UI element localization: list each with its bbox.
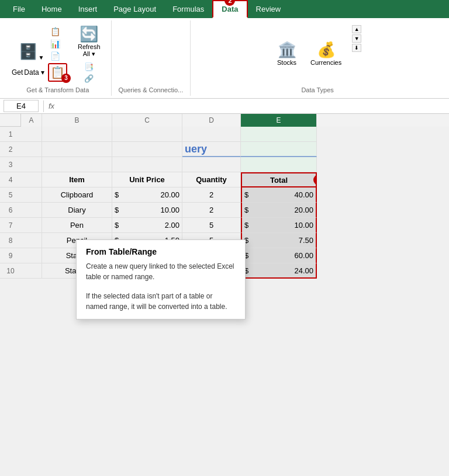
connection-small-btn1[interactable]: 📑 (82, 61, 96, 72)
total-val-10: 24.00 (294, 266, 313, 275)
scroll-down-btn[interactable]: ▼ (352, 34, 361, 43)
step-3-badge: 3 (61, 74, 71, 83)
cell-a1[interactable] (21, 127, 42, 142)
cell-a8[interactable] (21, 233, 42, 248)
price-val-6: 10.00 (160, 206, 179, 214)
row-header-1[interactable]: 1 (0, 127, 21, 142)
cell-e5[interactable]: $ 40.00 (241, 187, 317, 203)
row-header-4[interactable]: 4 (0, 172, 21, 187)
col-header-e[interactable]: E (241, 114, 317, 127)
tab-home[interactable]: Home (33, 0, 70, 18)
get-transform-group: 🗄️ ▼ 📋 📊 (5, 20, 112, 96)
row-header-7[interactable]: 7 (0, 218, 21, 233)
cell-b6[interactable]: Diary (42, 203, 112, 218)
stocks-label: Stocks (277, 59, 296, 66)
formula-divider (43, 100, 44, 112)
tab-insert[interactable]: Insert (70, 0, 106, 18)
cell-a6[interactable] (21, 203, 42, 218)
cell-a4[interactable] (21, 172, 42, 187)
tooltip-title: From Table/Range (86, 247, 236, 256)
col-header-d[interactable]: D (182, 114, 241, 127)
cell-c5[interactable]: $ 20.00 (112, 187, 182, 203)
queries-group: Queries & Connectio... (112, 20, 191, 96)
cell-c3[interactable] (112, 157, 182, 172)
row-header-5[interactable]: 5 (0, 187, 21, 203)
cell-a5[interactable] (21, 187, 42, 203)
scroll-expand-btn[interactable]: ⬇ (352, 44, 361, 52)
currencies-icon: 💰 (317, 41, 336, 59)
cell-b1[interactable] (42, 127, 112, 142)
col-header-b[interactable]: B (42, 114, 112, 127)
row-header-6[interactable]: 6 (0, 203, 21, 218)
cell-e6[interactable]: $ 20.00 (241, 203, 317, 218)
data-types-label: Data Types (301, 84, 333, 93)
cell-d3[interactable] (182, 157, 241, 172)
cell-d1[interactable] (182, 127, 241, 142)
tab-file[interactable]: File (5, 0, 33, 18)
get-data-button[interactable]: 🗄️ ▼ (16, 41, 47, 62)
cell-b7[interactable]: Pen (42, 218, 112, 233)
queries-label: Queries & Connectio... (119, 84, 184, 93)
table-small-icon2: 📊 (50, 39, 60, 48)
get-transform-label: Get & Transform Data (26, 84, 89, 93)
formula-input[interactable] (59, 102, 445, 110)
cell-e7[interactable]: $ 10.00 (241, 218, 317, 233)
cell-c4-unit-price[interactable]: Unit Price (112, 172, 182, 187)
table-row: 4 Item Unit Price Quantity Total 1 (0, 172, 449, 187)
cell-a7[interactable] (21, 218, 42, 233)
tab-review[interactable]: Review (248, 0, 289, 18)
cell-b5[interactable]: Clipboard (42, 187, 112, 203)
cell-d5[interactable]: 2 (182, 187, 241, 203)
total-prefix-6: $ (244, 206, 248, 214)
cell-e10[interactable]: $ 24.00 (241, 263, 317, 279)
ribbon-tabs: File Home Insert Page Layout Formulas Da… (0, 0, 449, 99)
cell-b3[interactable] (42, 157, 112, 172)
cell-c7[interactable]: $ 2.00 (112, 218, 182, 233)
cell-c1[interactable] (112, 127, 182, 142)
cell-reference-input[interactable] (4, 100, 39, 112)
queries-small-btn2[interactable]: 📊 (48, 38, 63, 50)
col-header-c[interactable]: C (112, 114, 182, 127)
cell-d6[interactable]: 2 (182, 203, 241, 218)
get-data-sublabel: Data ▾ (24, 68, 44, 77)
cell-d2[interactable]: uery (182, 142, 241, 157)
total-prefix-7: $ (244, 221, 248, 230)
tooltip-popup: From Table/Range Create a new query link… (76, 239, 246, 319)
refresh-all-button[interactable]: 🔄 Refresh All ▾ (74, 23, 104, 60)
queries-small-btn1[interactable]: 📋 (48, 26, 63, 37)
cell-d4-quantity[interactable]: Quantity (182, 172, 241, 187)
cell-d7[interactable]: 5 (182, 218, 241, 233)
connection-small-btn2[interactable]: 🔗 (82, 73, 96, 84)
cell-a9[interactable] (21, 248, 42, 263)
tab-page-layout[interactable]: Page Layout (105, 0, 164, 18)
row-header-10[interactable]: 10 (0, 263, 21, 279)
cell-e1[interactable] (241, 127, 317, 142)
col-header-a[interactable]: A (21, 114, 42, 127)
tab-formulas[interactable]: Formulas (164, 0, 212, 18)
step-1-badge: 1 (313, 175, 317, 185)
stocks-button[interactable]: 🏛️ Stocks (274, 39, 300, 68)
row-header-2[interactable]: 2 (0, 142, 21, 157)
cell-c2[interactable] (112, 142, 182, 157)
currencies-button[interactable]: 💰 Currencies (307, 39, 345, 68)
refresh-all-label: Refresh (78, 43, 101, 50)
cell-a2[interactable] (21, 142, 42, 157)
cell-e8[interactable]: $ 7.50 (241, 233, 317, 248)
row-header-3[interactable]: 3 (0, 157, 21, 172)
total-val-5: 40.00 (294, 190, 313, 199)
scroll-up-btn[interactable]: ▲ (352, 25, 361, 33)
cell-a3[interactable] (21, 157, 42, 172)
query-text: uery (185, 143, 207, 155)
cell-a10[interactable] (21, 263, 42, 279)
cell-b2[interactable] (42, 142, 112, 157)
table-row: 6 Diary $ 10.00 2 $ 20.00 (0, 203, 449, 218)
queries-small-btn3[interactable]: 📄 (48, 50, 63, 62)
cell-c6[interactable]: $ 10.00 (112, 203, 182, 218)
row-header-9[interactable]: 9 (0, 248, 21, 263)
cell-e4-total[interactable]: Total 1 (241, 172, 317, 187)
cell-b4-item[interactable]: Item (42, 172, 112, 187)
row-header-8[interactable]: 8 (0, 233, 21, 248)
cell-e3[interactable] (241, 157, 317, 172)
cell-e2[interactable] (241, 142, 317, 157)
cell-e9[interactable]: $ 60.00 (241, 248, 317, 263)
